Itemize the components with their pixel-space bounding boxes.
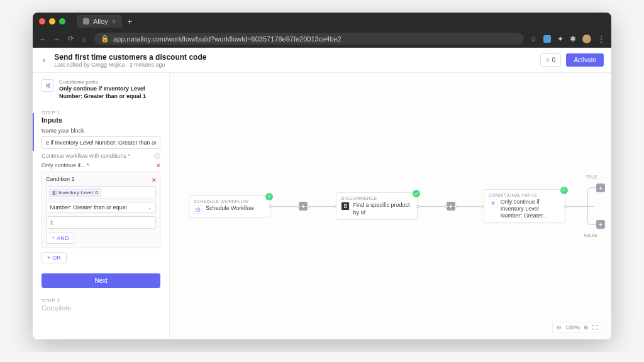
node-type: BIGCOMMERCE — [341, 196, 413, 200]
chevron-down-icon: ⌄ — [148, 205, 152, 211]
activate-button[interactable]: Activate — [566, 53, 604, 67]
or-button[interactable]: + OR — [42, 252, 67, 263]
nav-forward-icon[interactable]: → — [53, 35, 60, 43]
plus-icon: + — [47, 255, 50, 261]
remove-condition-icon[interactable]: × — [152, 176, 156, 184]
zoom-out-icon[interactable]: ⊖ — [557, 324, 562, 331]
branch-icon: ⑂ — [546, 57, 550, 63]
and-button[interactable]: + AND — [46, 233, 74, 244]
bigcommerce-icon: B — [341, 202, 350, 211]
add-true-node-button[interactable]: + — [596, 184, 605, 192]
conditional-icon: ⤨ — [42, 79, 54, 92]
false-branch: FALSE + — [596, 220, 605, 229]
true-branch: TRUE + — [596, 184, 605, 192]
step2-label: STEP 2 — [42, 298, 160, 304]
field-chip: ▮▯ Inventory Level: 0 — [49, 189, 101, 197]
next-button[interactable]: Next — [42, 273, 160, 288]
workflow-subtitle: Last edited by Gregg Mojica · 2 minutes … — [54, 62, 534, 68]
chip-value: 0 — [95, 190, 97, 195]
window-minimize-icon[interactable] — [49, 18, 55, 25]
canvas-controls: ⊖ 100% ⊕ ⛶ — [552, 322, 602, 333]
url-text: app.runalloy.com/workflow/build?workflow… — [113, 35, 341, 43]
operator-value: Number: Greater than or equal — [50, 204, 127, 211]
fullscreen-icon[interactable]: ⛶ — [592, 324, 598, 331]
zoom-level: 100% — [565, 324, 580, 331]
node-title: Find a specific product by Id — [353, 202, 413, 216]
block-header: ⤨ Conditional paths Only continue if Inv… — [33, 73, 169, 106]
branches-button[interactable]: ⑂ 0 — [540, 53, 562, 67]
operator-select[interactable]: Number: Greater than or equal ⌄ — [46, 202, 156, 213]
menu-icon[interactable]: ⋮ — [597, 35, 605, 43]
branch-container: TRUE + FALSE + — [596, 184, 605, 229]
node-type: SCHEDULE WORKFLOW — [194, 199, 265, 204]
extensions-icon[interactable]: ✦ — [557, 35, 564, 43]
address-bar[interactable]: 🔒 app.runalloy.com/workflow/build?workfl… — [94, 33, 524, 45]
workflow-flow: ✓ SCHEDULE WORKFLOW ◷ Schedule Workflow … — [189, 184, 605, 229]
add-false-node-button[interactable]: + — [596, 220, 605, 229]
nav-back-icon[interactable]: ← — [39, 35, 47, 43]
check-icon: ✓ — [560, 187, 568, 194]
check-icon: ✓ — [413, 190, 420, 197]
app-header: ‹ Send first time customers a discount c… — [33, 48, 611, 73]
back-button[interactable]: ‹ — [40, 53, 48, 67]
config-sidebar: ⤨ Conditional paths Only continue if Inv… — [33, 73, 170, 339]
node-title: Only continue if Inventory Level Number:… — [501, 199, 560, 220]
block-type-label: Conditional paths — [59, 79, 160, 85]
nav-home-icon[interactable]: ⌂ — [80, 35, 88, 43]
step2-title: Complete — [42, 304, 160, 312]
step1-label: STEP 1 — [42, 110, 160, 116]
titlebar: Alloy × + — [33, 13, 611, 30]
window-close-icon[interactable] — [39, 18, 45, 25]
workflow-canvas[interactable]: ✓ SCHEDULE WORKFLOW ◷ Schedule Workflow … — [170, 73, 611, 339]
tab-close-icon[interactable]: × — [112, 18, 116, 25]
step2-section: STEP 2 Complete — [33, 294, 169, 315]
step1-title: Inputs — [42, 116, 160, 124]
new-tab-icon[interactable]: + — [127, 16, 132, 26]
chip-label: Inventory Level: — [58, 190, 94, 195]
nav-reload-icon[interactable]: ⟳ — [67, 35, 74, 43]
step1-section: STEP 1 Inputs Name your block Continue w… — [33, 106, 169, 267]
condition-value-input[interactable] — [46, 216, 156, 229]
only-continue-label: Only continue if... * — [42, 162, 89, 168]
continue-conditions-label: Continue workflow with conditions * — [42, 153, 130, 159]
block-name-input[interactable] — [42, 136, 160, 149]
lock-icon: 🔒 — [101, 35, 109, 43]
workflow-title: Send first time customers a discount cod… — [54, 53, 534, 62]
url-bar: ← → ⟳ ⌂ 🔒 app.runalloy.com/workflow/buil… — [33, 30, 611, 48]
node-title: Schedule Workflow — [206, 205, 254, 212]
tab-title: Alloy — [93, 18, 108, 25]
condition-title: Condition 1 — [46, 176, 75, 184]
conditional-icon: ⤨ — [489, 199, 497, 207]
window-maximize-icon[interactable] — [59, 18, 65, 25]
schedule-node[interactable]: ✓ SCHEDULE WORKFLOW ◷ Schedule Workflow — [189, 195, 270, 217]
node-type: CONDITIONAL PATHS — [489, 193, 560, 197]
branch-true-label: TRUE — [586, 175, 597, 179]
conditional-node[interactable]: ✓ CONDITIONAL PATHS ⤨ Only continue if I… — [484, 189, 565, 224]
profile-avatar-icon[interactable] — [582, 35, 591, 43]
favicon-icon — [83, 18, 89, 25]
star-icon[interactable]: ☆ — [530, 35, 537, 43]
browser-window: Alloy × + ← → ⟳ ⌂ 🔒 app.runalloy.com/wor… — [33, 13, 611, 339]
branch-count: 0 — [552, 57, 556, 63]
clock-icon: ◷ — [194, 205, 203, 214]
bigcommerce-node[interactable]: ✓ BIGCOMMERCE B Find a specific product … — [336, 192, 418, 220]
extension-icon[interactable] — [543, 35, 551, 43]
info-icon[interactable]: ? — [154, 153, 160, 159]
condition-box: Condition 1 × ▮▯ Inventory Level: 0 Numb… — [42, 172, 160, 248]
app-body: ⤨ Conditional paths Only continue if Inv… — [33, 73, 611, 339]
plus-icon: + — [52, 235, 55, 241]
puzzle-icon[interactable]: ✱ — [570, 35, 576, 43]
condition-field-input[interactable]: ▮▯ Inventory Level: 0 — [46, 186, 156, 199]
chart-icon: ▮▯ — [52, 190, 57, 195]
block-title: Only continue if Inventory Level Number:… — [59, 85, 160, 100]
tab-strip: Alloy × + — [77, 15, 605, 28]
branch-false-label: FALSE — [584, 233, 597, 238]
remove-path-icon[interactable]: × — [157, 162, 160, 169]
app-root: ‹ Send first time customers a discount c… — [33, 48, 611, 339]
header-titles: Send first time customers a discount cod… — [54, 53, 534, 68]
check-icon: ✓ — [265, 193, 273, 200]
name-field-label: Name your block — [42, 128, 160, 134]
zoom-in-icon[interactable]: ⊕ — [584, 324, 589, 331]
browser-tab[interactable]: Alloy × — [77, 15, 122, 28]
